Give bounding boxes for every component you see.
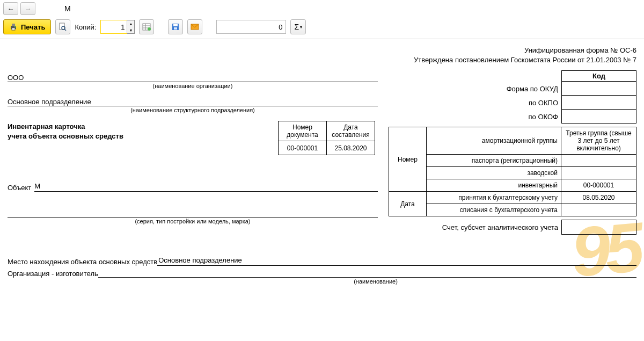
- floppy-icon: [171, 23, 180, 31]
- writeoff-label: списания с бухгалтерского учета: [427, 204, 561, 216]
- passport-label: паспорта (регистрационный): [427, 155, 561, 167]
- series-field: [8, 208, 378, 217]
- card-title: Инвентарная карточка учета объекта основ…: [8, 122, 123, 141]
- magnifier-icon: [58, 23, 67, 31]
- window-title: М: [64, 4, 71, 13]
- accept-value: 08.05.2020: [561, 192, 636, 204]
- amort-label: амортизационной группы: [427, 127, 561, 155]
- manuf-label: Организация - изготовитель: [8, 270, 98, 278]
- svg-line-6: [64, 29, 66, 31]
- form-header: Унифицированная форма № ОС-6 Утверждена …: [8, 46, 636, 65]
- form-header-line1: Унифицированная форма № ОС-6: [8, 46, 636, 55]
- copies-input[interactable]: [101, 20, 127, 33]
- envelope-icon: [191, 23, 199, 31]
- card-title-1: Инвентарная карточка: [8, 122, 123, 132]
- copies-stepper[interactable]: ▲ ▼: [100, 20, 135, 34]
- mail-button[interactable]: [187, 19, 202, 34]
- toolbar: Печать Копий: ▲ ▼ Σ ▾: [0, 17, 644, 39]
- manuf-caption: (наименование): [115, 278, 636, 285]
- sum-button[interactable]: Σ ▾: [290, 19, 306, 34]
- document-area: 95 Унифицированная форма № ОС-6 Утвержде…: [0, 39, 644, 295]
- manuf-value: [98, 268, 636, 278]
- preview-button[interactable]: [55, 19, 70, 34]
- number-rowlabel: Номер: [389, 127, 427, 192]
- print-label: Печать: [21, 23, 45, 31]
- writeoff-value: [561, 204, 636, 216]
- amort-value: Третья группа (свыше 3 лет до 5 лет вклю…: [561, 127, 636, 155]
- passport-value: [561, 155, 636, 167]
- svg-rect-13: [173, 24, 178, 26]
- okud-label: Форма по ОКУД: [389, 82, 561, 96]
- okud-box: [561, 82, 636, 96]
- location-value: Основное подразделение: [157, 256, 636, 266]
- right-column: Код Форма по ОКУД по ОКПО по ОКОФ Номер …: [389, 70, 636, 235]
- nav-bar: ← → М: [0, 0, 644, 17]
- okpo-box: [561, 96, 636, 110]
- details-grid: Номер амортизационной группы Третья груп…: [389, 127, 636, 216]
- table-icon: [142, 23, 151, 31]
- form-header-line2: Утверждена постановлением Госкомстата Ро…: [8, 55, 636, 65]
- copies-up[interactable]: ▲: [127, 20, 134, 27]
- grid-button[interactable]: [139, 19, 154, 34]
- factory-value: [561, 167, 636, 179]
- svg-point-3: [14, 26, 16, 27]
- object-value: М: [34, 182, 378, 192]
- account-box: [561, 220, 636, 235]
- okof-label: по ОКОФ: [389, 110, 561, 124]
- svg-rect-1: [12, 24, 15, 26]
- left-column: ООО (наименование организации) Основное …: [8, 70, 378, 235]
- code-header: Код: [561, 70, 636, 82]
- dept-caption: (наименование структурного подразделения…: [8, 107, 378, 113]
- print-button[interactable]: Печать: [3, 19, 51, 34]
- date-rowlabel: Дата: [389, 192, 427, 216]
- factory-label: заводской: [427, 167, 561, 179]
- object-label: Объект: [8, 184, 31, 192]
- numeric-input[interactable]: [216, 20, 286, 34]
- bottom-block: Место нахождения объекта основных средст…: [8, 256, 636, 285]
- inventory-label: инвентарный: [427, 179, 561, 192]
- account-label: Счет, субсчет аналитического учета: [442, 223, 558, 231]
- svg-rect-2: [12, 28, 15, 30]
- svg-point-11: [148, 27, 151, 31]
- forward-button[interactable]: →: [20, 2, 35, 15]
- doc-num-value: 00-000001: [279, 141, 327, 155]
- copies-label: Копий:: [75, 23, 96, 31]
- okpo-label: по ОКПО: [389, 96, 561, 110]
- back-button[interactable]: ←: [3, 2, 18, 15]
- series-caption: (серия, тип постройки или модель, марка): [8, 218, 378, 224]
- location-label: Место нахождения объекта основных средст…: [8, 258, 157, 266]
- doc-num-header: Номер документа: [279, 121, 327, 141]
- sigma-icon: Σ: [294, 23, 299, 31]
- doc-date-header: Дата составления: [327, 121, 375, 141]
- dropdown-icon: ▾: [300, 25, 302, 30]
- org-caption: (наименование организации): [8, 83, 378, 89]
- dept-field: Основное подразделение: [8, 95, 378, 106]
- card-title-2: учета объекта основных средств: [8, 132, 123, 141]
- doc-date-value: 25.08.2020: [327, 141, 375, 155]
- svg-rect-14: [174, 27, 177, 30]
- inventory-value: 00-000001: [561, 179, 636, 192]
- copies-down[interactable]: ▼: [127, 27, 134, 33]
- accept-label: принятия к бухгалтерскому учету: [427, 192, 561, 204]
- doc-number-table: Номер документа Дата составления 00-0000…: [278, 121, 375, 155]
- org-field: ООО: [8, 70, 378, 82]
- okof-box: [561, 110, 636, 124]
- save-button[interactable]: [168, 19, 183, 34]
- printer-icon: [9, 23, 18, 31]
